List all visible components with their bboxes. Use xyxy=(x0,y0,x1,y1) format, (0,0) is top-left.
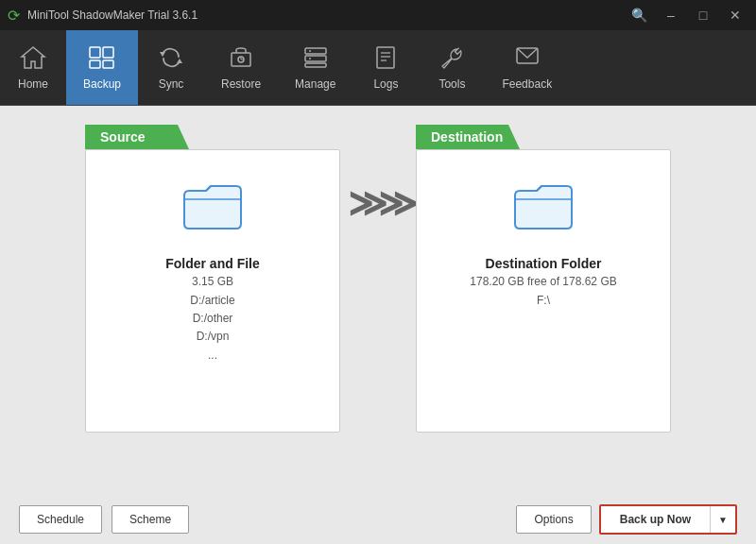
app-logo-icon: ⟳ xyxy=(8,7,20,25)
nav-label-sync: Sync xyxy=(159,77,184,91)
bottom-right: Options Back up Now ▼ xyxy=(516,504,737,535)
main-content: Source Folder and File 3.15 GB D:/articl… xyxy=(0,106,756,544)
destination-label: Destination xyxy=(416,125,520,149)
svg-rect-3 xyxy=(103,60,113,68)
source-size: 3.15 GB xyxy=(192,275,233,288)
destination-card[interactable]: Destination Folder 178.20 GB free of 178… xyxy=(416,149,671,433)
svg-rect-1 xyxy=(103,47,113,58)
nav-label-restore: Restore xyxy=(221,77,261,91)
destination-title: Destination Folder xyxy=(486,256,602,271)
backup-dropdown-button[interactable]: ▼ xyxy=(711,506,735,533)
nav-item-tools[interactable]: Tools xyxy=(419,30,485,105)
source-card[interactable]: Folder and File 3.15 GB D:/article D:/ot… xyxy=(85,149,340,433)
svg-rect-9 xyxy=(305,56,326,61)
nav-bar: Home Backup Sync xyxy=(0,30,756,106)
source-label: Source xyxy=(85,125,189,149)
destination-folder-icon xyxy=(510,178,576,239)
nav-label-backup: Backup xyxy=(83,77,121,91)
scheme-button[interactable]: Scheme xyxy=(112,505,189,534)
backup-now-button[interactable]: Back up Now xyxy=(601,506,711,533)
destination-card-wrapper: Destination Destination Folder 178.20 GB… xyxy=(416,125,671,433)
source-title: Folder and File xyxy=(165,256,260,271)
source-path-3: D:/vpn xyxy=(190,328,234,346)
nav-label-manage: Manage xyxy=(295,77,335,91)
cards-row: Source Folder and File 3.15 GB D:/articl… xyxy=(19,125,737,485)
arrow-icon: ≫≫ xyxy=(348,181,408,225)
title-bar-controls: 🔍 – □ ✕ xyxy=(626,6,748,25)
options-button[interactable]: Options xyxy=(516,505,591,534)
search-icon[interactable]: 🔍 xyxy=(626,6,652,25)
nav-label-logs: Logs xyxy=(373,77,398,91)
title-bar: ⟳ MiniTool ShadowMaker Trial 3.6.1 🔍 – □… xyxy=(0,0,756,30)
app-title: MiniTool ShadowMaker Trial 3.6.1 xyxy=(27,8,198,22)
nav-label-tools: Tools xyxy=(438,77,465,91)
nav-item-manage[interactable]: Manage xyxy=(278,30,352,105)
title-bar-left: ⟳ MiniTool ShadowMaker Trial 3.6.1 xyxy=(8,7,198,25)
maximize-button[interactable]: □ xyxy=(690,6,716,25)
nav-item-restore[interactable]: Restore xyxy=(204,30,278,105)
arrow-area: ≫≫ xyxy=(340,125,416,225)
sync-icon xyxy=(158,45,184,74)
source-paths: D:/article D:/other D:/vpn ... xyxy=(190,292,234,365)
source-path-2: D:/other xyxy=(190,310,234,328)
svg-rect-13 xyxy=(377,47,394,68)
nav-item-sync[interactable]: Sync xyxy=(138,30,204,105)
nav-label-home: Home xyxy=(18,77,48,91)
svg-rect-2 xyxy=(90,60,100,68)
backup-group: Back up Now ▼ xyxy=(599,504,737,535)
bottom-left: Schedule Scheme xyxy=(19,505,189,534)
nav-item-feedback[interactable]: Feedback xyxy=(485,30,569,105)
tools-icon xyxy=(438,45,465,74)
svg-marker-5 xyxy=(177,59,182,63)
svg-rect-8 xyxy=(305,48,326,54)
svg-rect-0 xyxy=(90,47,100,58)
manage-icon xyxy=(302,45,329,74)
source-folder-icon xyxy=(180,178,246,239)
nav-item-logs[interactable]: Logs xyxy=(352,30,419,105)
schedule-button[interactable]: Schedule xyxy=(19,505,102,534)
bottom-bar: Schedule Scheme Options Back up Now ▼ xyxy=(19,495,737,544)
close-button[interactable]: ✕ xyxy=(722,6,748,25)
nav-label-feedback: Feedback xyxy=(502,77,552,91)
source-path-1: D:/article xyxy=(190,292,234,310)
logs-icon xyxy=(372,45,399,74)
feedback-icon xyxy=(514,45,541,74)
nav-item-backup[interactable]: Backup xyxy=(66,30,138,105)
destination-size: 178.20 GB free of 178.62 GB xyxy=(470,275,616,288)
source-path-ellipsis: ... xyxy=(190,347,234,365)
source-card-wrapper: Source Folder and File 3.15 GB D:/articl… xyxy=(85,125,340,433)
svg-rect-10 xyxy=(305,63,326,67)
restore-icon xyxy=(228,45,254,74)
minimize-button[interactable]: – xyxy=(658,6,684,25)
destination-path: F:\ xyxy=(537,292,550,310)
backup-icon xyxy=(88,45,116,74)
nav-item-home[interactable]: Home xyxy=(0,30,66,105)
home-icon xyxy=(20,45,46,74)
svg-marker-4 xyxy=(160,52,165,57)
